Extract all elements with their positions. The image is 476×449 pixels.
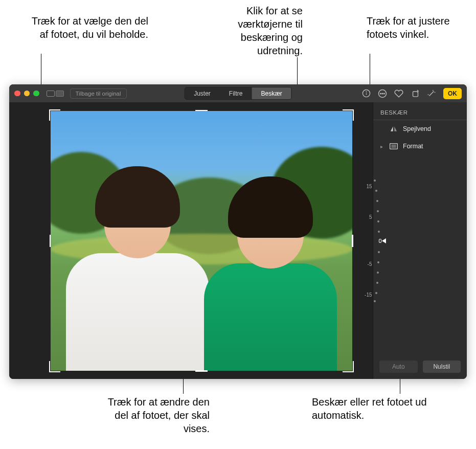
tab-filters[interactable]: Filtre xyxy=(220,87,252,99)
dial-label: 15 xyxy=(357,184,372,189)
flip-icon xyxy=(390,125,398,132)
close-window-button[interactable] xyxy=(14,91,20,97)
svg-point-6 xyxy=(384,93,385,94)
sidebar-title: BESKÆR xyxy=(373,109,467,120)
tab-adjust[interactable]: Juster xyxy=(185,87,220,99)
crop-handle-br[interactable] xyxy=(343,361,354,372)
more-icon[interactable] xyxy=(378,89,387,98)
svg-point-2 xyxy=(366,92,367,92)
auto-crop-button[interactable]: Auto xyxy=(379,361,418,373)
chevron-right-icon: ▸ xyxy=(380,144,384,149)
subject-left xyxy=(66,176,209,371)
dial-pointer-icon xyxy=(382,238,386,243)
auto-enhance-icon[interactable] xyxy=(427,89,436,98)
dial-label: -5 xyxy=(357,261,372,267)
compare-left-icon xyxy=(47,91,55,97)
sidebar-bottom-buttons: Auto Nulstil xyxy=(373,361,467,373)
sidebar-item-aspect[interactable]: ▸ Format xyxy=(373,138,467,155)
svg-point-4 xyxy=(380,93,381,94)
sidebar-item-label: Spejlvend xyxy=(403,125,431,132)
callout-angle: Træk for at justere fotoets vinkel. xyxy=(367,14,451,41)
svg-rect-7 xyxy=(413,92,418,97)
titlebar: Tilbage til original Juster Filtre Beskæ… xyxy=(9,84,467,102)
revert-to-original-button[interactable]: Tilbage til original xyxy=(70,88,127,99)
svg-point-5 xyxy=(382,93,383,94)
callout-pan: Træk for at ændre den del af fotoet, der… xyxy=(92,395,210,435)
dial-label: 5 xyxy=(357,214,372,220)
svg-rect-9 xyxy=(392,145,396,147)
crop-handle-bottom[interactable] xyxy=(195,370,208,372)
sidebar-item-label: Format xyxy=(403,143,423,150)
crop-handle-left[interactable] xyxy=(50,235,51,247)
callout-auto: Beskær eller ret fotoet ud automatisk. xyxy=(312,395,445,422)
photos-edit-window: Tilbage til original Juster Filtre Beskæ… xyxy=(9,84,467,379)
favorite-icon[interactable] xyxy=(394,89,403,98)
callout-crop-drag: Træk for at vælge den del af fotoet, du … xyxy=(31,14,148,41)
crop-handle-top[interactable] xyxy=(195,110,208,111)
aspect-icon xyxy=(390,143,398,150)
photo[interactable] xyxy=(51,111,352,371)
crop-frame[interactable]: 15 5 -5 -15 0 xyxy=(51,111,352,371)
tab-crop[interactable]: Beskær xyxy=(252,87,291,99)
sidebar-item-flip[interactable]: Spejlvend xyxy=(373,120,467,138)
crop-sidebar: BESKÆR Spejlvend ▸ Format Auto Nulstil xyxy=(373,102,467,379)
info-icon[interactable] xyxy=(361,89,371,98)
rotate-icon[interactable] xyxy=(411,89,420,98)
callout-line xyxy=(297,57,298,88)
edit-mode-tabs: Juster Filtre Beskær xyxy=(184,87,292,100)
dial-label: -15 xyxy=(357,292,372,298)
canvas-area: 15 5 -5 -15 0 xyxy=(9,102,373,379)
crop-handle-tl[interactable] xyxy=(49,109,60,121)
toolbar-right: OK xyxy=(361,88,462,99)
done-button[interactable]: OK xyxy=(443,88,462,99)
subject-right xyxy=(204,187,337,371)
straighten-dial[interactable]: 15 5 -5 -15 0 xyxy=(350,179,379,302)
crop-handle-tr[interactable] xyxy=(343,109,354,121)
fullscreen-window-button[interactable] xyxy=(33,91,39,97)
reset-crop-button[interactable]: Nulstil xyxy=(423,361,461,373)
minimize-window-button[interactable] xyxy=(24,91,30,97)
window-controls xyxy=(14,91,39,97)
compare-toggle[interactable] xyxy=(47,91,64,97)
callout-crop-tab: Klik for at se værktøjerne til beskæring… xyxy=(193,4,303,57)
compare-right-icon xyxy=(56,91,64,97)
crop-handle-bl[interactable] xyxy=(49,361,60,372)
